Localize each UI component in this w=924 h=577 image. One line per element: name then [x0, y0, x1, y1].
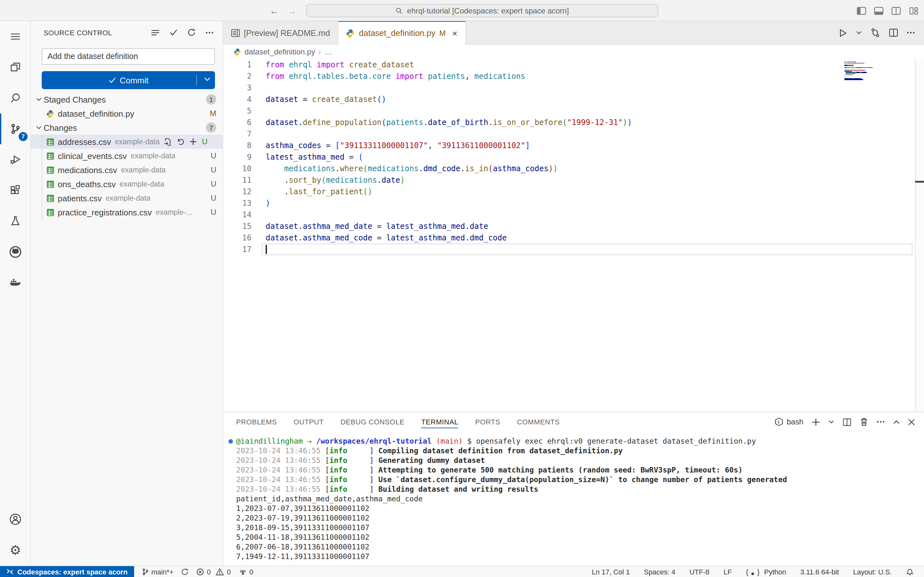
scm-file-row[interactable]: medications.csvexample-dataU	[31, 163, 223, 177]
code-line[interactable]: 10 medications.where(medications.dmd_cod…	[223, 163, 924, 174]
customize-layout-icon[interactable]	[909, 6, 919, 15]
docker-icon[interactable]	[0, 268, 31, 298]
minimap-line	[845, 66, 880, 67]
discard-changes-icon[interactable]	[176, 137, 184, 146]
code-line[interactable]: 4dataset = create_dataset()	[223, 93, 924, 105]
kill-terminal-trash-icon[interactable]	[860, 417, 868, 426]
panel-tab-problems[interactable]: PROBLEMS	[236, 412, 277, 432]
scm-group-header[interactable]: Changes7	[31, 121, 223, 135]
extensions-icon[interactable]	[0, 175, 31, 206]
remote-indicator[interactable]: Codespaces: expert space acorn	[0, 566, 134, 577]
settings-gear-icon[interactable]: ⚙	[0, 535, 31, 566]
panel-more-actions-icon[interactable]	[877, 421, 885, 423]
scm-file-row[interactable]: dataset_definition.pyM	[31, 106, 223, 121]
command-center-search[interactable]: ehrql-tutorial [Codespaces: expert space…	[306, 4, 658, 17]
minimap[interactable]	[845, 61, 880, 81]
open-changes-icon[interactable]	[870, 27, 880, 38]
scm-file-row[interactable]: ons_deaths.csvexample-dataU	[31, 177, 223, 191]
cursor-position-item[interactable]: Ln 17, Col 1	[591, 568, 630, 575]
split-editor-layout-icon[interactable]	[891, 6, 901, 15]
stage-changes-icon[interactable]	[189, 137, 197, 146]
run-dropdown-chevron-icon[interactable]	[856, 31, 862, 35]
nav-back-icon[interactable]: ←	[270, 5, 278, 16]
code-line[interactable]: 15dataset.asthma_med_date = latest_asthm…	[223, 221, 924, 232]
breadcrumb[interactable]: dataset_definition.py › …	[223, 45, 924, 59]
new-terminal-icon[interactable]	[812, 418, 820, 426]
toggle-panel-icon[interactable]	[874, 6, 884, 15]
scm-group-header[interactable]: Staged Changes1	[31, 92, 223, 106]
code-line[interactable]: 8asthma_codes = ["39113311000001107", "3…	[223, 140, 924, 151]
panel-tab-output[interactable]: OUTPUT	[294, 412, 324, 432]
panel-tab-debug-console[interactable]: DEBUG CONSOLE	[341, 412, 405, 432]
code-line[interactable]: 3	[223, 82, 924, 93]
code-line[interactable]: 14	[223, 209, 924, 221]
commit-check-icon[interactable]	[170, 29, 178, 36]
forwarded-ports-item[interactable]: 0	[238, 568, 253, 575]
line-number: 8	[223, 140, 252, 151]
toggle-sidebar-icon[interactable]	[857, 6, 867, 15]
explorer-icon[interactable]	[0, 52, 31, 83]
eol-item[interactable]: LF	[724, 568, 732, 575]
terminal-output[interactable]: @iaindillingham → /workspaces/ehrql-tuto…	[223, 432, 924, 566]
keyboard-layout-item[interactable]: Layout: U.S.	[853, 568, 892, 575]
github-icon[interactable]	[0, 237, 31, 268]
branch-item[interactable]: main*+	[142, 568, 174, 575]
editor-more-actions-icon[interactable]	[907, 31, 915, 34]
python-file-icon	[46, 109, 55, 118]
language-mode-item[interactable]: { } Python	[746, 568, 786, 575]
run-debug-icon[interactable]	[0, 144, 31, 175]
panel-tab-comments[interactable]: COMMENTS	[517, 412, 559, 432]
open-file-icon[interactable]	[164, 137, 171, 146]
more-actions-icon[interactable]	[205, 31, 214, 34]
code-line[interactable]: 2from ehrql.tables.beta.core import pati…	[223, 71, 924, 82]
source-control-icon[interactable]: 7	[0, 113, 31, 144]
panel-tab-ports[interactable]: PORTS	[475, 412, 500, 432]
notifications-bell-item[interactable]	[906, 567, 914, 576]
code-line[interactable]: 13)	[223, 197, 924, 209]
refresh-icon[interactable]	[187, 28, 196, 37]
scm-file-name: medications.csv	[58, 165, 117, 175]
python-interpreter-item[interactable]: 3.11.6 64-bit	[800, 568, 839, 575]
scm-file-row[interactable]: patients.csvexample-dataU	[31, 191, 223, 205]
account-icon[interactable]	[0, 504, 31, 535]
search-sidebar-icon[interactable]	[0, 83, 31, 113]
code-line[interactable]: 17	[223, 243, 924, 255]
tab-dataset-definition[interactable]: dataset_definition.py M ×	[338, 21, 466, 45]
code-line[interactable]: 5	[223, 105, 924, 117]
tab-close-icon[interactable]: ×	[452, 28, 457, 38]
encoding-item[interactable]: UTF-8	[690, 568, 709, 575]
maximize-panel-chevron-icon[interactable]	[893, 420, 900, 424]
view-as-list-icon[interactable]	[151, 29, 160, 36]
testing-icon[interactable]	[0, 206, 31, 237]
scm-file-row[interactable]: clinical_events.csvexample-dataU	[31, 149, 223, 163]
close-panel-icon[interactable]	[908, 418, 915, 425]
commit-button[interactable]: Commit	[42, 71, 215, 89]
overview-ruler[interactable]	[915, 59, 924, 412]
split-terminal-icon[interactable]	[843, 418, 851, 426]
code-line[interactable]: 12 .last_for_patient()	[223, 186, 924, 197]
code-line[interactable]: 11 .sort_by(medications.date)	[223, 174, 924, 186]
code-editor[interactable]: 1from ehrql import create_dataset2from e…	[223, 59, 924, 412]
problems-item[interactable]: 0 0	[197, 568, 231, 575]
scm-file-row[interactable]: practice_registrations.csvexample-...U	[31, 205, 223, 219]
code-line[interactable]: 16dataset.asthma_med_code = latest_asthm…	[223, 232, 924, 243]
code-line[interactable]: 6dataset.define_population(patients.date…	[223, 117, 924, 128]
panel-tab-terminal[interactable]: TERMINAL	[421, 412, 459, 432]
run-python-file-icon[interactable]	[838, 28, 848, 37]
menu-hamburger-icon[interactable]	[0, 21, 31, 52]
code-line[interactable]: 9latest_asthma_med = (	[223, 151, 924, 163]
commit-message-input[interactable]	[42, 48, 215, 65]
terminal-dropdown-chevron-icon[interactable]	[829, 420, 834, 424]
code-line[interactable]: 1from ehrql import create_dataset	[223, 59, 924, 71]
line-number: 3	[223, 82, 252, 93]
code-line[interactable]: 7	[223, 128, 924, 140]
nav-forward-icon[interactable]: →	[288, 5, 296, 16]
tab-readme-preview[interactable]: [Preview] README.md	[223, 21, 338, 45]
indentation-item[interactable]: Spaces: 4	[644, 568, 675, 575]
scm-file-row[interactable]: addresses.csvexample-dataU	[31, 135, 223, 149]
terminal-shell-item[interactable]: $ bash	[774, 417, 803, 426]
commit-dropdown-chevron-icon[interactable]	[204, 77, 210, 81]
sync-changes-item[interactable]	[181, 568, 189, 575]
split-editor-icon[interactable]	[889, 28, 898, 37]
command-decoration-dot[interactable]	[228, 439, 233, 444]
